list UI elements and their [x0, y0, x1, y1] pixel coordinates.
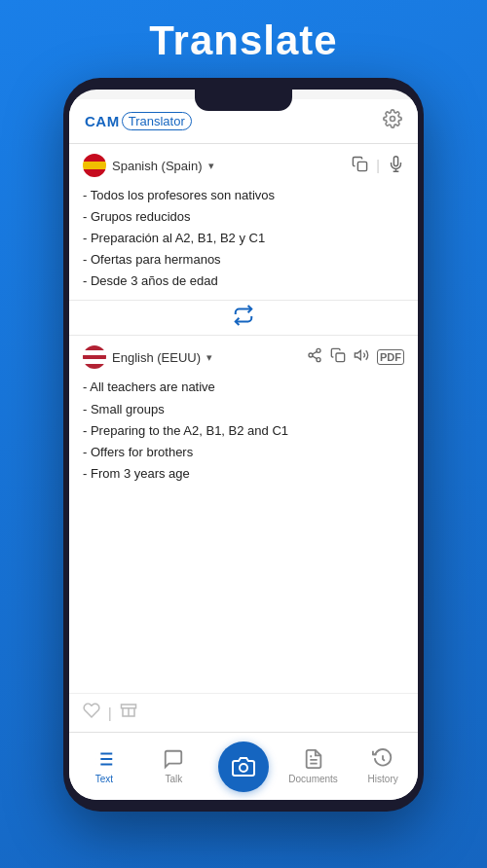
svg-point-5	[309, 353, 313, 357]
spain-flag	[83, 154, 106, 177]
source-line-3: - Preparación al A2, B1, B2 y C1	[83, 228, 404, 249]
divider-2: |	[108, 705, 112, 721]
phone-frame: CAM Translator Spanish (Spain) ▾	[63, 78, 424, 812]
swap-icon[interactable]	[233, 305, 254, 331]
mic-source-icon[interactable]	[388, 156, 404, 176]
share-icon[interactable]	[307, 347, 322, 367]
phone-notch	[195, 90, 292, 111]
svg-line-7	[313, 356, 318, 359]
target-line-1: - All teachers are native	[83, 377, 404, 398]
pdf-icon[interactable]: PDF	[377, 349, 404, 365]
svg-line-8	[313, 352, 318, 355]
app-logo: CAM Translator	[85, 112, 192, 130]
nav-text-label: Text	[95, 774, 113, 784]
usa-flag	[83, 345, 106, 369]
source-line-4: - Ofertas para hermanos	[83, 249, 404, 271]
target-line-2: - Small groups	[83, 399, 404, 420]
phone-screen: CAM Translator Spanish (Spain) ▾	[69, 90, 418, 800]
source-panel: Spanish (Spain) ▾ |	[69, 144, 418, 300]
camera-icon	[232, 755, 255, 778]
copy-target-icon[interactable]	[330, 347, 346, 367]
target-lang-actions: PDF	[307, 347, 404, 367]
heart-icon[interactable]	[83, 702, 100, 724]
source-lang-header: Spanish (Spain) ▾ |	[83, 154, 404, 177]
logo-translator-text: Translator	[122, 112, 192, 130]
nav-item-documents[interactable]: Documents	[279, 733, 349, 800]
text-icon	[94, 748, 115, 770]
source-lang-name: Spanish (Spain)	[112, 159, 203, 173]
camera-button[interactable]	[218, 741, 269, 792]
eraser-icon[interactable]	[120, 702, 137, 724]
svg-point-0	[391, 117, 395, 122]
target-lang-selector[interactable]: English (EEUU) ▾	[83, 345, 212, 369]
svg-marker-10	[355, 351, 360, 360]
target-lang-header: English (EEUU) ▾	[83, 345, 404, 369]
nav-history-label: History	[368, 774, 398, 784]
source-line-2: - Grupos reducidos	[83, 206, 404, 228]
nav-bar: Text Talk	[69, 732, 418, 800]
nav-item-text[interactable]: Text	[69, 733, 139, 800]
nav-talk-label: Talk	[165, 774, 182, 784]
target-line-3: - Preparing to the A2, B1, B2 and C1	[83, 420, 404, 442]
source-line-5: - Desde 3 años de edad	[83, 271, 404, 292]
target-line-5: - From 3 years age	[83, 463, 404, 485]
target-panel: English (EEUU) ▾	[69, 336, 418, 693]
svg-point-19	[240, 764, 247, 772]
source-text: - Todos los profesores son nativos - Gru…	[83, 185, 404, 292]
target-line-4: - Offers for brothers	[83, 442, 404, 463]
source-chevron-icon: ▾	[208, 160, 214, 172]
speaker-icon[interactable]	[354, 347, 369, 367]
logo-cam-text: CAM	[85, 113, 120, 129]
divider-1: |	[376, 158, 380, 173]
svg-point-6	[317, 358, 320, 362]
source-lang-selector[interactable]: Spanish (Spain) ▾	[83, 154, 214, 177]
target-text: - All teachers are native - Small groups…	[83, 377, 404, 484]
svg-rect-9	[336, 353, 345, 362]
target-lang-name: English (EEUU)	[112, 350, 201, 365]
nav-item-camera[interactable]	[208, 733, 279, 800]
copy-source-icon[interactable]	[352, 156, 368, 176]
source-lang-actions: |	[352, 156, 404, 176]
target-chevron-icon: ▾	[206, 351, 212, 364]
svg-rect-1	[358, 162, 367, 170]
nav-item-history[interactable]: History	[348, 733, 418, 800]
swap-section[interactable]	[69, 300, 418, 336]
content-area: Spanish (Spain) ▾ |	[69, 144, 418, 732]
svg-rect-11	[121, 705, 135, 708]
bottom-actions: |	[69, 693, 418, 732]
talk-icon	[163, 748, 184, 770]
svg-point-4	[317, 349, 320, 353]
nav-item-talk[interactable]: Talk	[139, 733, 209, 800]
nav-documents-label: Documents	[288, 774, 338, 784]
page-title: Translate	[0, 0, 487, 78]
source-line-1: - Todos los profesores son nativos	[83, 185, 404, 206]
settings-icon[interactable]	[383, 109, 402, 133]
documents-icon	[303, 748, 324, 770]
history-icon	[372, 748, 393, 770]
